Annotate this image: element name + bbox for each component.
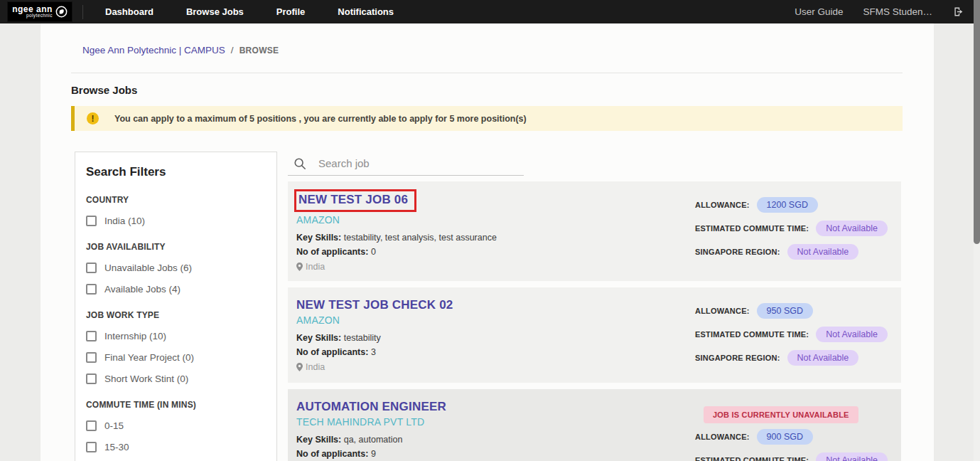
nav-browse-jobs[interactable]: Browse Jobs: [186, 6, 244, 17]
commute-badge: Not Available: [816, 452, 888, 461]
key-skills-value: testability, test analysis, test assuran…: [344, 233, 497, 243]
applicants-label: No of applicants:: [296, 247, 368, 257]
checkbox-unavailable-jobs[interactable]: [86, 263, 97, 273]
key-skills-value: testability: [344, 333, 381, 343]
ngee-ann-logo[interactable]: ngee ann polytechnic: [7, 1, 72, 22]
scrollbar[interactable]: [974, 0, 980, 461]
filter-heading-job-availability: JOB AVAILABILITY: [86, 242, 262, 252]
job-card-left: NEW TEST JOB 06 AMAZON Key Skills: testa…: [296, 192, 695, 272]
breadcrumb-separator: /: [231, 45, 234, 55]
company-name: AMAZON: [296, 314, 695, 326]
job-title-link[interactable]: NEW TEST JOB CHECK 02: [296, 298, 453, 312]
allowance-badge: 900 SGD: [757, 429, 813, 445]
applicants: No of applicants: 0: [296, 247, 695, 257]
breadcrumb-root-link[interactable]: Ngee Ann Polytechnic | CAMPUS: [82, 45, 225, 55]
commute-label: ESTIMATED COMMUTE TIME:: [695, 456, 809, 461]
region-row: SINGAPORE REGION: Not Available: [695, 350, 901, 366]
search-input[interactable]: [318, 157, 503, 169]
applicants-value: 9: [371, 449, 376, 459]
job-card-automation-engineer[interactable]: AUTOMATION ENGINEER TECH MAHINDRA PVT LT…: [288, 389, 901, 461]
filter-option-label: Internship (10): [104, 331, 166, 341]
allowance-row: ALLOWANCE: 950 SGD: [695, 303, 901, 319]
job-location: India: [296, 262, 695, 272]
applicants-label: No of applicants:: [296, 347, 368, 357]
applicants: No of applicants: 9: [296, 449, 695, 459]
nav-sfms-student[interactable]: SFMS Studen…: [863, 6, 932, 17]
nav-notifications[interactable]: Notifications: [338, 6, 394, 17]
key-skills: Key Skills: testability: [296, 333, 695, 343]
filter-option-label: 0-15: [104, 420, 124, 431]
checkbox-final-year-project[interactable]: [86, 352, 97, 363]
filter-option-label: Short Work Stint (0): [104, 373, 188, 384]
filter-option-india[interactable]: India (10): [86, 216, 262, 226]
checkbox-internship[interactable]: [86, 331, 97, 341]
primary-nav: Dashboard Browse Jobs Profile Notificati…: [105, 6, 394, 17]
breadcrumb: Ngee Ann Polytechnic | CAMPUS / BROWSE: [41, 23, 934, 55]
nav-user-guide[interactable]: User Guide: [795, 6, 843, 17]
scrollbar-thumb[interactable]: [974, 0, 980, 244]
company-name: TECH MAHINDRA PVT LTD: [296, 416, 695, 428]
key-skills-label: Key Skills:: [296, 435, 341, 445]
nav-dashboard[interactable]: Dashboard: [105, 6, 154, 17]
logo-line2: polytechnic: [26, 14, 53, 18]
filter-option-short-work-stint[interactable]: Short Work Stint (0): [86, 373, 262, 384]
filter-option-commute-15-30[interactable]: 15-30: [86, 442, 262, 452]
job-search: [288, 152, 524, 176]
breadcrumb-current: BROWSE: [239, 46, 279, 55]
commute-row: ESTIMATED COMMUTE TIME: Not Available: [695, 327, 901, 342]
logout-icon[interactable]: [952, 6, 964, 18]
key-skills: Key Skills: qa, automation: [296, 435, 695, 445]
checkbox-commute-15-30[interactable]: [86, 442, 97, 452]
secondary-nav: User Guide SFMS Studen…: [795, 6, 964, 18]
applicants: No of applicants: 3: [296, 347, 695, 357]
job-unavailable-badge: JOB IS CURRENTLY UNAVAILABLE: [704, 406, 858, 423]
region-badge: Not Available: [787, 244, 859, 260]
location-value: India: [306, 362, 325, 372]
checkbox-india[interactable]: [86, 216, 97, 226]
applicants-label: No of applicants:: [296, 449, 368, 459]
job-card-left: NEW TEST JOB CHECK 02 AMAZON Key Skills:…: [296, 298, 695, 373]
region-badge: Not Available: [787, 350, 859, 366]
job-list: NEW TEST JOB 06 AMAZON Key Skills: testa…: [288, 152, 901, 461]
filter-option-commute-0-15[interactable]: 0-15: [86, 420, 262, 431]
job-title-link[interactable]: AUTOMATION ENGINEER: [296, 400, 446, 414]
job-title-link[interactable]: NEW TEST JOB 06: [298, 193, 408, 207]
commute-row: ESTIMATED COMMUTE TIME: Not Available: [695, 452, 901, 461]
filter-option-internship[interactable]: Internship (10): [86, 331, 262, 341]
job-card-new-test-job-06[interactable]: NEW TEST JOB 06 AMAZON Key Skills: testa…: [288, 181, 901, 281]
job-card-left: AUTOMATION ENGINEER TECH MAHINDRA PVT LT…: [296, 400, 695, 461]
checkbox-short-work-stint[interactable]: [86, 373, 97, 384]
filter-option-available-jobs[interactable]: Available Jobs (4): [86, 284, 262, 295]
region-row: SINGAPORE REGION: Not Available: [695, 244, 901, 260]
commute-badge: Not Available: [816, 221, 888, 236]
job-card-right: ALLOWANCE: 950 SGD ESTIMATED COMMUTE TIM…: [695, 298, 901, 373]
key-skills: Key Skills: testability, test analysis, …: [296, 233, 695, 243]
nav-divider: [82, 5, 83, 19]
apply-limit-banner: ! You can apply to a maximum of 5 positi…: [71, 106, 903, 131]
warning-icon: !: [87, 112, 99, 124]
applicants-value: 0: [371, 247, 376, 257]
allowance-label: ALLOWANCE:: [695, 433, 750, 441]
checkbox-available-jobs[interactable]: [86, 284, 97, 295]
filter-option-unavailable-jobs[interactable]: Unavailable Jobs (6): [86, 263, 262, 273]
checkbox-commute-0-15[interactable]: [86, 420, 97, 431]
key-skills-value: qa, automation: [344, 435, 403, 445]
job-card-right: JOB IS CURRENTLY UNAVAILABLE ALLOWANCE: …: [695, 400, 901, 461]
nav-profile[interactable]: Profile: [276, 6, 305, 17]
apply-limit-text: You can apply to a maximum of 5 position…: [114, 114, 527, 124]
filter-option-label: India (10): [104, 216, 145, 226]
region-label: SINGAPORE REGION:: [695, 248, 780, 256]
search-icon: [294, 157, 306, 170]
job-card-new-test-job-check-02[interactable]: NEW TEST JOB CHECK 02 AMAZON Key Skills:…: [288, 287, 901, 383]
allowance-badge: 1200 SGD: [757, 197, 818, 213]
filter-option-label: Final Year Project (0): [104, 352, 194, 363]
filters-title: Search Filters: [86, 165, 262, 179]
commute-label: ESTIMATED COMMUTE TIME:: [695, 330, 809, 339]
filter-heading-commute-time: COMMUTE TIME (IN MINS): [86, 400, 262, 410]
filter-option-final-year-project[interactable]: Final Year Project (0): [86, 352, 262, 363]
page-title: Browse Jobs: [71, 84, 934, 96]
content-row: Search Filters COUNTRY India (10) JOB AV…: [41, 131, 934, 461]
commute-label: ESTIMATED COMMUTE TIME:: [695, 224, 809, 233]
logo-emblem-icon: [55, 6, 68, 18]
location-pin-icon: [296, 263, 303, 271]
